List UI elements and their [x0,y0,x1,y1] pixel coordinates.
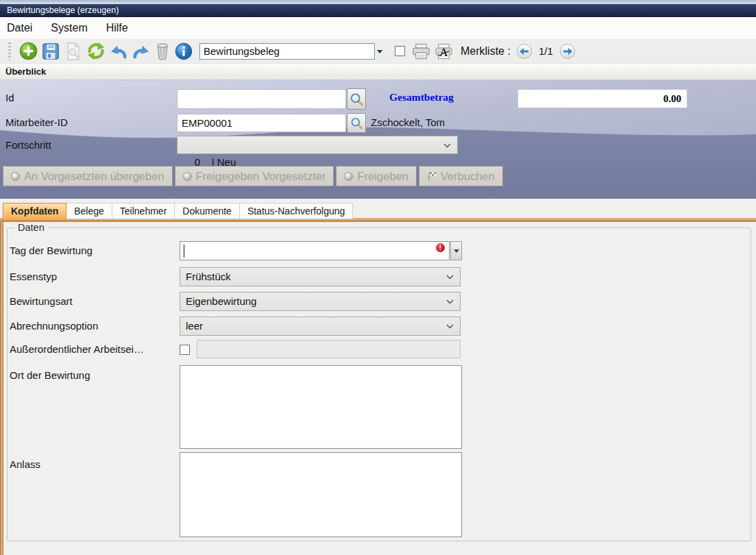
tab-panel-left-border [0,222,3,555]
overview-section-header: Überblick [0,64,756,80]
info-button[interactable] [174,42,193,61]
new-record-button[interactable] [19,42,38,61]
chevron-down-icon [446,299,454,304]
tab-teilnehmer[interactable]: Teilnehmer [112,203,175,219]
ort-der-bewirtung-textarea[interactable] [180,365,462,449]
action-label: Freigegeben Vorgesetzter [196,170,326,183]
toolbar-grip-handle[interactable] [8,42,11,60]
essenstyp-label: Essenstyp [10,271,57,282]
tag-der-bewirtung-dropdown-button[interactable] [450,241,462,260]
record-type-field-group [199,43,385,60]
daten-groupbox-title: Daten [14,222,48,233]
anlass-textarea[interactable] [180,452,462,537]
arrow-left-icon [520,47,529,56]
save-button[interactable] [41,42,60,61]
save-icon [42,42,60,60]
menu-hilfe[interactable]: Hilfe [106,22,128,34]
abrechnungsoption-label: Abrechnungsoption [10,320,98,332]
gesamtbetrag-value: 0.00 [517,89,687,108]
an-vorgesetzten-uebergeben-button[interactable]: An Vorgesetzten übergeben [3,166,173,186]
action-label: Verbuchen [441,170,495,183]
window-title: Bewirtungsbelege (erzeugen) [0,4,756,17]
merkliste-page-indicator: 1/1 [539,45,553,57]
id-input[interactable] [177,89,346,109]
chevron-down-icon [446,324,454,329]
text-caret [184,245,184,258]
tab-kopfdaten[interactable]: Kopfdaten [3,203,66,221]
essenstyp-select[interactable]: Frühstück [180,267,461,286]
id-label: Id [5,92,14,103]
tab-dokumente[interactable]: Dokumente [175,203,240,219]
mitarbeiter-id-label: Mitarbeiter-ID [5,116,68,128]
checkered-flag-icon [427,171,437,181]
arbeitseinsatz-label: Außerordentlicher Arbeitsei… [10,343,144,355]
status-orb-icon [183,172,192,181]
verbuchen-button[interactable]: Verbuchen [419,166,503,186]
mitarbeiter-name-text: Zschockelt, Tom [371,116,445,128]
undo-button[interactable] [109,42,128,61]
printer-font-icon: A [435,43,453,60]
menu-datei[interactable]: Datei [7,22,32,34]
chevron-down-icon [377,50,382,56]
bewirtungsart-value: Eigenbewirtung [186,295,256,307]
action-label: An Vorgesetzten übergeben [24,170,164,183]
undo-icon [109,43,128,60]
delete-button[interactable] [154,42,171,61]
main-toolbar: A Merkliste : 1/1 [0,39,756,64]
bewirtungsart-label: Bewirtungsart [10,295,73,307]
record-type-dropdown-button[interactable] [375,43,385,60]
kopfdaten-tab-panel: Daten Tag der Bewirtung ! Essenstyp Früh… [0,222,756,555]
mitarbeiter-id-input[interactable] [177,114,346,132]
tab-belege[interactable]: Belege [66,203,112,219]
magnifier-icon [350,116,363,130]
freigeben-button[interactable]: Freigeben [336,166,416,186]
arrow-right-icon [563,47,572,56]
essenstyp-value: Frühstück [186,271,231,282]
trash-icon [155,42,170,60]
ort-der-bewirtung-label: Ort der Bewirtung [10,369,90,381]
refresh-button[interactable] [86,42,106,61]
gesamtbetrag-label: Gesamtbetrag [389,91,454,103]
arbeitseinsatz-checkbox[interactable] [180,345,190,355]
fortschritt-label: Fortschritt [5,139,51,151]
record-type-input[interactable] [199,43,375,60]
abrechnungsoption-value: leer [186,320,203,332]
status-orb-icon [11,172,20,181]
toolbar-checkbox[interactable] [395,46,405,56]
redo-button[interactable] [132,42,151,61]
bewirtungsart-select[interactable]: Eigenbewirtung [180,292,461,311]
workflow-actions: An Vorgesetzten übergeben Freigegeben Vo… [3,166,503,186]
print-preview-button[interactable]: A [434,42,453,61]
mitarbeiter-search-button[interactable] [347,113,366,133]
chevron-down-icon [443,143,451,148]
document-preview-icon [65,42,82,60]
tab-strip: Kopfdaten Belege Teilnehmer Dokumente St… [3,203,353,219]
magnifier-icon [349,92,364,107]
menu-bar: Datei System Hilfe [0,17,756,39]
preview-button[interactable] [64,42,83,61]
freigegeben-vorgesetzter-button[interactable]: Freigegeben Vorgesetzter [175,166,334,186]
info-icon [175,42,193,60]
action-label: Freigeben [357,170,408,183]
printer-icon [412,43,430,60]
tag-der-bewirtung-label: Tag der Bewirtung [10,245,93,256]
fortschritt-select[interactable]: 0 | Neu [177,136,458,154]
refresh-icon [86,42,106,60]
plus-icon [19,42,38,60]
id-search-button[interactable] [347,88,366,110]
tag-der-bewirtung-input[interactable]: ! [180,241,450,260]
chevron-down-icon [454,249,459,256]
print-button[interactable] [411,42,430,61]
tab-status-nachverfolgung[interactable]: Status-Nachverfolgung [240,203,353,219]
redo-icon [132,43,151,60]
merkliste-label: Merkliste : [461,45,511,58]
arbeitseinsatz-input-disabled [197,340,461,358]
overview-panel: Id Gesamtbetrag 0.00 Mitarbeiter-ID Zsch… [0,80,756,199]
menu-system[interactable]: System [51,22,87,34]
merkliste-prev-button[interactable] [517,44,532,59]
status-orb-icon [344,172,353,181]
merkliste-next-button[interactable] [560,44,575,59]
abrechnungsoption-select[interactable]: leer [180,317,461,336]
chevron-down-icon [446,275,454,280]
window-titlebar: Bewirtungsbelege (erzeugen) [0,0,756,17]
